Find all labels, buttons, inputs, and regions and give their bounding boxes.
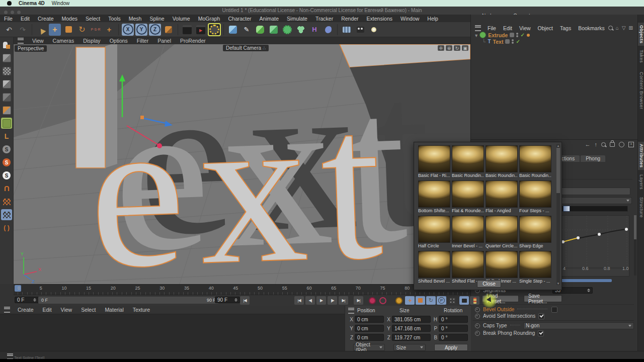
size-x-field[interactable]: 381.055 cm bbox=[392, 316, 431, 323]
pos-y-field[interactable]: 0 cm bbox=[355, 325, 384, 332]
material-menu-item[interactable]: Texture bbox=[128, 307, 154, 313]
workplane-lock-button[interactable] bbox=[1, 209, 12, 220]
add-spline-button[interactable]: ✎ bbox=[240, 24, 253, 36]
menu-item[interactable]: Spline bbox=[145, 16, 168, 22]
visibility-dots[interactable] bbox=[512, 39, 514, 44]
size-z-field[interactable]: 119.727 cm bbox=[392, 334, 431, 341]
curve-vscrollbar[interactable] bbox=[634, 215, 636, 276]
menu-item[interactable]: Tools bbox=[104, 16, 125, 22]
close-popup-button[interactable]: Close bbox=[477, 280, 501, 288]
record-parameter-toggle[interactable]: P bbox=[437, 296, 446, 305]
record-rotation-toggle[interactable]: ↻ bbox=[426, 296, 436, 305]
subdivision-surface-button[interactable] bbox=[254, 24, 266, 36]
render-settings-button[interactable] bbox=[208, 24, 220, 36]
tab-objects[interactable]: Objects bbox=[638, 23, 644, 46]
filter-icon[interactable]: ▽ bbox=[622, 25, 626, 31]
menu-item[interactable]: MoGraph bbox=[194, 16, 224, 22]
timeline-range-slider[interactable]: 0 F90 F bbox=[38, 297, 219, 304]
perspective-label[interactable]: Perspective bbox=[15, 45, 47, 52]
rotate-view-icon[interactable]: ↻ bbox=[454, 45, 460, 51]
rot-p-field[interactable]: 0 ° bbox=[439, 325, 468, 332]
enable-axis-button[interactable]: L bbox=[1, 131, 12, 142]
history-icon[interactable] bbox=[619, 142, 624, 147]
caps-type-dropdown[interactable]: N-gon bbox=[523, 322, 634, 329]
back-arrow-icon[interactable]: ← bbox=[585, 141, 591, 147]
stepper-icons[interactable] bbox=[587, 289, 590, 292]
preset-item[interactable]: Basic Roundin... bbox=[452, 145, 484, 178]
mac-app-menu[interactable]: Cinema 4D bbox=[19, 1, 45, 6]
current-frame-field[interactable]: 0 F bbox=[15, 297, 39, 303]
viewport-solo-off-button[interactable]: S bbox=[1, 144, 12, 155]
object-row-text[interactable]: └ T Text ✓ bbox=[471, 38, 638, 45]
undo-button[interactable]: ↶ bbox=[3, 24, 15, 36]
generator-button[interactable] bbox=[268, 24, 280, 36]
render-view-button[interactable] bbox=[181, 24, 193, 36]
model-mode-button[interactable] bbox=[1, 52, 12, 63]
viewport-menu-item[interactable]: ProRender bbox=[176, 38, 210, 44]
menu-item[interactable]: Tracker bbox=[311, 16, 337, 22]
play-button[interactable]: ▶ bbox=[316, 296, 326, 305]
apple-logo-icon[interactable] bbox=[7, 1, 12, 6]
camera-button[interactable] bbox=[354, 24, 366, 36]
break-phong-checkbox[interactable] bbox=[538, 330, 544, 336]
object-row-extrude[interactable]: ▾ Extrude ✓ bbox=[471, 32, 638, 38]
preset-item[interactable]: Quarter Circle... bbox=[486, 216, 518, 248]
pos-x-field[interactable]: 0 cm bbox=[355, 316, 384, 323]
add-icon[interactable]: ⊞ bbox=[629, 25, 633, 31]
material-menu-item[interactable]: View bbox=[56, 307, 77, 313]
goto-start-button[interactable]: |◀ bbox=[240, 296, 250, 305]
points-mode-button[interactable] bbox=[1, 118, 12, 129]
move-tool[interactable]: + bbox=[49, 24, 61, 36]
object-manager-menu-item[interactable]: Object bbox=[534, 25, 556, 31]
popup-scrollbar[interactable]: ▲ ▼ bbox=[556, 144, 560, 285]
preset-item[interactable]: Basic Roundin... bbox=[486, 145, 518, 178]
viewport-menu-item[interactable]: Display bbox=[78, 38, 105, 44]
bevel-outside-checkbox[interactable] bbox=[551, 307, 557, 313]
object-label[interactable]: Extrude bbox=[488, 32, 508, 38]
object-manager-menu-item[interactable]: View bbox=[516, 25, 534, 31]
scale-tool[interactable] bbox=[62, 24, 74, 36]
search-icon[interactable] bbox=[601, 142, 606, 147]
viewport-solo-single-button[interactable]: S bbox=[1, 157, 12, 168]
viewport-solo-hierarchy-button[interactable]: S bbox=[1, 170, 12, 181]
next-key-button[interactable]: ▶| bbox=[339, 296, 348, 305]
caps-tag-icon[interactable] bbox=[527, 34, 530, 37]
tab-content-browser[interactable]: Content Browser bbox=[638, 67, 644, 114]
menu-item[interactable]: Window bbox=[396, 16, 423, 22]
uv-mode-button[interactable] bbox=[1, 92, 12, 103]
symmetry-button[interactable]: H bbox=[308, 24, 320, 36]
animation-dot-icon[interactable] bbox=[475, 307, 480, 312]
menu-item[interactable]: Mesh bbox=[125, 16, 146, 22]
menu-item[interactable]: Create bbox=[34, 16, 58, 22]
last-tool-psr[interactable]: P·S·R bbox=[90, 24, 102, 36]
hamburger-icon[interactable] bbox=[18, 38, 24, 44]
viewport-canvas[interactable]: ext ext ext Y X Z bbox=[14, 44, 470, 284]
preset-item[interactable]: Flat & Rounde... bbox=[452, 180, 484, 213]
light-button[interactable] bbox=[368, 24, 380, 36]
record-position-toggle[interactable]: + bbox=[405, 296, 415, 305]
render-light-button[interactable] bbox=[470, 296, 479, 305]
viewport-menu-item[interactable]: Filter bbox=[132, 38, 153, 44]
texture-mode-button[interactable] bbox=[1, 65, 12, 76]
menu-item[interactable]: File bbox=[0, 16, 17, 22]
search-icon[interactable] bbox=[608, 26, 613, 30]
rot-b-field[interactable]: 0 ° bbox=[439, 334, 468, 341]
prev-key-button[interactable]: |◀ bbox=[294, 296, 304, 305]
visibility-dots[interactable] bbox=[516, 33, 518, 37]
preset-item[interactable]: Basic Flat - Ri... bbox=[418, 145, 450, 178]
maximize-view-icon[interactable]: ▣ bbox=[462, 45, 468, 51]
menu-item[interactable]: Extensions bbox=[363, 16, 396, 22]
enabled-checkmark-icon[interactable]: ✓ bbox=[520, 32, 524, 38]
scrollbar-thumb[interactable] bbox=[556, 148, 560, 193]
preset-item[interactable]: Shifted Inner ... bbox=[486, 251, 518, 284]
up-arrow-icon[interactable]: ↑ bbox=[595, 141, 598, 147]
planar-workplane-button[interactable]: ( ) bbox=[1, 222, 12, 233]
add-primitive-button[interactable] bbox=[227, 24, 239, 36]
snap-button[interactable]: U bbox=[1, 183, 12, 194]
tab-attributes[interactable]: Attributes bbox=[638, 142, 644, 170]
workplane-mode-button[interactable] bbox=[1, 78, 12, 89]
object-manager-menu-item[interactable]: Bookmarks bbox=[575, 25, 608, 31]
record-keyframe-button[interactable] bbox=[367, 296, 377, 305]
quantize-button[interactable] bbox=[1, 196, 12, 207]
cloner-button[interactable] bbox=[295, 24, 307, 36]
